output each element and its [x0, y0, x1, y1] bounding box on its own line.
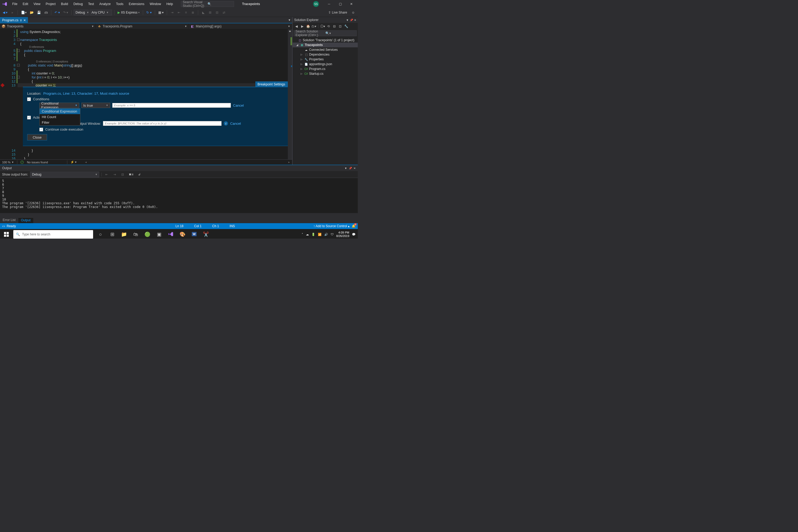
wifi-icon[interactable]: 📶: [318, 233, 322, 236]
comment-button[interactable]: ⊞: [207, 10, 213, 15]
output-scrollbar[interactable]: [0, 213, 358, 217]
panel-pin-icon[interactable]: 📌: [350, 19, 353, 22]
condition-op-combo[interactable]: Is true▼: [81, 103, 110, 108]
tree-row-appsettings[interactable]: ▷📄appsettings.json: [292, 62, 358, 66]
scrollbar-minimap[interactable]: ✦: [288, 29, 292, 159]
menu-test[interactable]: Test: [86, 1, 97, 7]
out-btn-3[interactable]: ⊟: [120, 172, 126, 177]
info-icon[interactable]: i: [224, 121, 228, 126]
tree-row-dependencies[interactable]: ▷⬚Dependencies: [292, 52, 358, 57]
windows-search-box[interactable]: 🔍 Type here to search: [13, 230, 93, 239]
out-clear-button[interactable]: ✖≡: [128, 172, 134, 177]
redo-button[interactable]: ↷ ▾: [62, 10, 69, 15]
sol-scope-button[interactable]: ⓘ▾: [320, 24, 325, 29]
step-button-3[interactable]: ≡: [183, 10, 189, 15]
out-btn-2[interactable]: ⇥: [112, 172, 118, 177]
condition-value-input[interactable]: [112, 103, 231, 108]
code-editor[interactable]: 1 2 3− 4 5− 6 7 8− 9 10 11− 12 13 14 15 …: [0, 29, 292, 159]
menu-extensions[interactable]: Extensions: [126, 1, 147, 7]
sol-refresh-button[interactable]: ⟲: [326, 24, 331, 29]
cortana-icon[interactable]: ○: [95, 229, 106, 239]
nav-back-button[interactable]: ◀ ▾: [2, 10, 8, 15]
nav-method-combo[interactable]: ◧Main(string[] args)▼: [189, 23, 292, 29]
clock[interactable]: 4:09 PM 8/26/2019: [336, 231, 349, 238]
step-button-4[interactable]: ≣: [190, 10, 196, 15]
extension-button[interactable]: ▦ ▾: [157, 10, 165, 15]
undo-button[interactable]: ↶ ▾: [54, 10, 61, 15]
store-icon[interactable]: 🛍: [130, 229, 141, 239]
nav-fwd-button[interactable]: ▸: [10, 10, 15, 15]
menu-tools[interactable]: Tools: [113, 1, 126, 7]
source-control-button[interactable]: ↑ Add to Source Control ▴: [314, 224, 349, 228]
sol-sync-button[interactable]: 🗀▾: [311, 24, 317, 29]
dropdown-item-hitcount[interactable]: Hit Count: [40, 114, 80, 120]
config-combo[interactable]: Debug▼: [74, 10, 89, 15]
tab-output[interactable]: Output: [18, 217, 33, 223]
user-avatar[interactable]: SS: [313, 1, 319, 7]
tree-row-properties[interactable]: ▷🔧Properties: [292, 57, 358, 62]
tree-row-connected[interactable]: ☁Connected Services: [292, 48, 358, 52]
volume-icon[interactable]: 🔊: [324, 233, 328, 236]
tree-row-project[interactable]: ◢⊞Tracepoints: [292, 42, 358, 48]
sol-fwd-button[interactable]: ▶: [300, 24, 305, 29]
minimize-button[interactable]: ─: [324, 0, 334, 8]
task-view-icon[interactable]: ⊞: [107, 229, 118, 239]
figma-icon[interactable]: 🎨: [177, 229, 188, 239]
continue-checkbox[interactable]: ✓: [39, 128, 43, 131]
dropdown-item-conditional[interactable]: Conditional Expression: [40, 109, 80, 114]
menu-build[interactable]: Build: [58, 1, 71, 7]
menu-project[interactable]: Project: [43, 1, 58, 7]
notifications-button[interactable]: 🔔1: [352, 224, 356, 228]
explorer-icon[interactable]: 📁: [119, 229, 129, 239]
message-input[interactable]: [103, 121, 222, 126]
menu-analyze[interactable]: Analyze: [97, 1, 113, 7]
tree-row-program[interactable]: ▷C#Program.cs: [292, 66, 358, 71]
bookmark-button[interactable]: ◣: [200, 10, 206, 15]
output-text[interactable]: 5 6 7 8 9 10 The program '[22636] iisexp…: [0, 178, 358, 213]
word-icon[interactable]: W: [189, 229, 200, 239]
live-share-button[interactable]: ⇪ Live Share: [327, 10, 348, 15]
notifications-tray-icon[interactable]: 💬: [352, 233, 356, 236]
location-link[interactable]: Program.cs, Line: 13, Character: 17, Mus…: [43, 92, 129, 95]
panel-close-icon[interactable]: ✕: [354, 167, 356, 170]
tray-chevron-icon[interactable]: ˄: [302, 233, 303, 236]
onedrive-icon[interactable]: ☁: [306, 233, 309, 236]
output-source-combo[interactable]: Debug▼: [30, 172, 99, 177]
start-debug-button[interactable]: ▶ IIS Express ▾: [116, 10, 141, 15]
out-wrap-button[interactable]: ↲: [136, 172, 142, 177]
format-button[interactable]: ⇄: [221, 10, 227, 15]
menu-file[interactable]: File: [10, 1, 20, 7]
app-icon-1[interactable]: 🟢: [142, 229, 153, 239]
condition-cancel-link[interactable]: Cancel: [233, 103, 244, 108]
panel-close-icon[interactable]: ✕: [354, 19, 356, 22]
document-tab-program[interactable]: Program.cs ⚲ ✕: [0, 17, 28, 23]
battery-icon[interactable]: 🔋: [311, 233, 315, 236]
security-icon[interactable]: 🛡: [331, 233, 334, 236]
menu-edit[interactable]: Edit: [20, 1, 31, 7]
action-cancel-link[interactable]: Cancel: [230, 121, 241, 126]
close-window-button[interactable]: ✕: [346, 0, 357, 8]
nav-class-combo[interactable]: ⬘Tracepoints.Program▼: [96, 23, 189, 29]
sol-home-button[interactable]: 🏠: [305, 24, 311, 29]
tab-error-list[interactable]: Error List: [0, 217, 18, 223]
start-button[interactable]: [0, 229, 13, 239]
solution-search-box[interactable]: Search Solution Explorer (Ctrl+;)🔍▾: [294, 30, 357, 36]
step-button-2[interactable]: ⇤: [176, 10, 182, 15]
menu-window[interactable]: Window: [147, 1, 164, 7]
platform-combo[interactable]: Any CPU▼: [90, 10, 112, 15]
conditions-checkbox[interactable]: ✓: [27, 97, 31, 101]
open-button[interactable]: 📂: [29, 10, 35, 15]
errors-indicator[interactable]: ⚡ ▾: [71, 160, 77, 164]
zoom-combo[interactable]: 100 %▼: [2, 161, 14, 164]
sol-collapse-button[interactable]: ⊟: [332, 24, 337, 29]
save-all-button[interactable]: 🗃: [43, 10, 49, 15]
sol-showall-button[interactable]: ⊡: [338, 24, 343, 29]
breakpoint-glyph[interactable]: [1, 83, 5, 88]
dropdown-item-filter[interactable]: Filter: [40, 120, 80, 125]
browser-link-button[interactable]: ↻ ▾: [145, 10, 152, 15]
new-project-button[interactable]: 📄▾: [20, 10, 28, 15]
nav-project-combo[interactable]: 📦Tracepoints▼: [0, 23, 96, 29]
panel-dropdown-icon[interactable]: ▼: [344, 167, 347, 170]
panel-pin-icon[interactable]: 📌: [349, 167, 352, 170]
close-button[interactable]: Close: [27, 134, 47, 140]
